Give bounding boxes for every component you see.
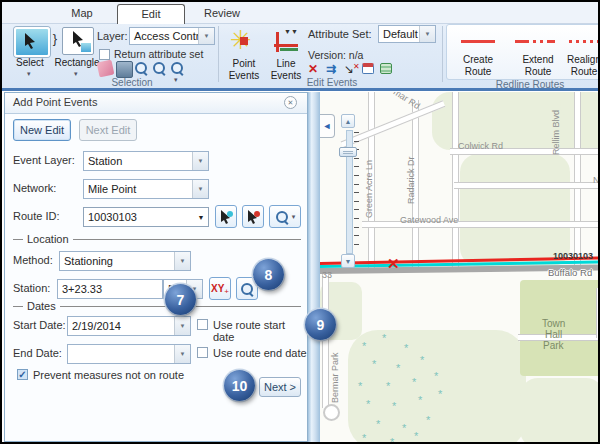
event-attributes-icon[interactable] [362,63,374,74]
clear-selection-icon[interactable] [97,60,115,78]
merge-events-icon[interactable]: ⇉ [326,62,341,77]
zoom-slider-handle[interactable] [339,147,357,157]
start-date-value: 2/19/2014 [68,320,174,332]
return-attribute-set-checkbox[interactable] [99,49,110,60]
map-label: Bermar Park [330,352,340,403]
route-id-combo-arrow-icon[interactable]: ▼ [194,214,208,221]
callout-7: 7 [165,284,196,315]
zoom-selection-icon[interactable] [152,61,167,76]
prevent-measures-checkbox[interactable]: ✓ [17,369,28,380]
callout-9: 9 [305,309,336,340]
network-combo-arrow-icon[interactable]: ▼ [192,180,208,198]
map-label: Radarick Dr [406,156,416,204]
start-date-picker[interactable]: 2/19/2014 ▼ [67,316,191,336]
create-route-icon [461,40,495,43]
map-label: N [593,175,600,185]
xy-coordinates-button[interactable]: XY + [209,277,231,300]
zoom-selected-icon[interactable] [134,61,149,76]
magnifier-icon [240,282,254,296]
use-route-end-date-checkbox[interactable] [197,347,208,358]
attribute-set-combo-arrow-icon[interactable]: ▼ [419,26,435,42]
map-label: Rellim Blvd [551,110,561,155]
line-events-icon: ▼▼ [272,30,300,56]
point-events-icon: ✳ [230,28,258,56]
new-edit-button[interactable]: New Edit [13,119,71,141]
split-event-icon[interactable]: ↘✕ [344,62,359,77]
event-layer-combo-arrow-icon[interactable]: ▼ [192,152,208,170]
route-id-label: Route ID: [13,210,59,222]
park-polygon [520,378,600,444]
location-section-header: Location [13,233,301,245]
realign-route-button[interactable]: Realign Route [567,54,600,77]
create-route-button[interactable]: Create Route [449,54,507,77]
redline-routes-group: Create Route Extend Route Realign Route [446,24,600,80]
map-label: Park [543,340,564,351]
start-date-arrow-icon[interactable]: ▼ [174,317,190,335]
close-icon[interactable]: ✕ [284,96,297,109]
rectangle-dropdown-icon[interactable]: ▾ [74,70,78,77]
event-layer-value: Station [84,155,192,167]
zoom-out-button[interactable]: ▼ [341,254,355,268]
map-label: mar Rd [392,92,422,111]
select-button[interactable]: Select [6,57,54,69]
event-layer-label: Event Layer: [13,154,75,166]
selection-options-icon[interactable] [170,61,185,76]
map-label: Colwick Rd [458,141,503,151]
select-dropdown-icon[interactable]: ▾ [27,70,31,77]
layer-combobox[interactable]: Access Control ▼ [129,27,215,45]
xy-plus-glyph: + [224,287,229,296]
zoom-in-button[interactable]: ▲ [341,114,355,128]
panel-header: Add Point Events ✕ [5,93,307,114]
tab-review[interactable]: Review [190,4,254,23]
cul-de-sac [323,404,340,421]
prevent-measures-label: Prevent measures not on route [33,369,184,381]
park-polygon [460,154,570,266]
panel-map-splitter[interactable] [308,92,320,444]
collapse-panel-tab[interactable]: ◄ [320,114,335,138]
tab-edit[interactable]: Edit [117,4,185,24]
next-button[interactable]: Next > [259,377,301,397]
callout-10: 10 [224,370,255,401]
event-table-icon[interactable] [380,63,392,74]
extend-route-icon [515,40,555,43]
network-value: Mile Point [84,183,192,195]
road-rellim-blvd [574,92,581,270]
rectangle-tool-icon [62,27,94,55]
return-attribute-set-label: Return attribute set [114,48,203,60]
method-label: Method: [13,254,53,266]
map-label: Town [542,318,565,329]
network-label: Network: [13,182,56,194]
network-combobox[interactable]: Mile Point ▼ [83,179,209,199]
map-label: 10030103 [553,251,593,261]
attribute-set-combobox[interactable]: Default ▼ [378,25,436,43]
select-route-on-map-button[interactable] [215,205,237,228]
tab-map[interactable]: Map [50,4,114,23]
event-layer-combobox[interactable]: Station ▼ [83,151,209,171]
station-input[interactable]: 3+23.33 [57,279,163,299]
road-horizontal [454,182,600,189]
point-events-button[interactable]: Point Events [226,58,262,81]
map-label: Hall [545,329,562,340]
layer-combo-arrow-icon[interactable]: ▼ [198,28,214,44]
route-id-combobox[interactable]: 10030103 ▼ [83,207,209,227]
clear-route-selection-button[interactable] [242,205,264,228]
road-vertical [452,92,459,270]
extend-route-button[interactable]: Extend Route [509,54,567,77]
method-combo-arrow-icon[interactable]: ▼ [174,252,190,270]
use-route-end-date-label: Use route end date [213,347,307,359]
delete-event-icon[interactable]: ✕ [308,62,323,77]
map-view[interactable]: ******************** ✕ mar RdColwick RdR… [320,92,600,444]
collapse-left-icon: ◄ [323,121,332,131]
ribbon: Map Edit Review } Select ▾ Rectangle ▾ L… [2,2,598,88]
select-all-icon[interactable] [116,61,133,78]
end-date-arrow-icon[interactable]: ▼ [174,345,190,363]
version-label: Version: n/a [308,49,363,61]
next-edit-button[interactable]: Next Edit [79,119,137,141]
route-zoom-dropdown-button[interactable]: ▾ [269,205,301,228]
use-route-start-date-checkbox[interactable] [197,319,208,330]
attribute-set-value: Default [379,28,419,40]
end-date-picker[interactable]: ▼ [67,344,191,364]
method-combobox[interactable]: Stationing ▼ [59,251,191,271]
callout-8: 8 [253,259,284,290]
layer-label: Layer: [97,30,128,42]
